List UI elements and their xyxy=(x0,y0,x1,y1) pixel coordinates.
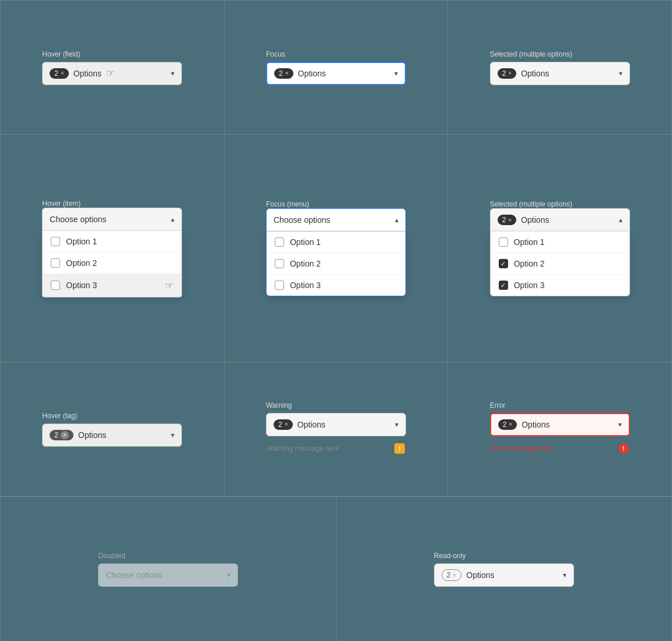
focus-chevron-down-icon: ▾ xyxy=(394,69,398,78)
warning-badge-x[interactable]: × xyxy=(285,421,288,428)
warning-badge-count: 2 xyxy=(278,421,282,429)
hover-item-checkbox-3[interactable] xyxy=(51,281,60,290)
error-icon: ! xyxy=(618,443,629,454)
selected-multiple-menu-option-1[interactable]: Option 1 xyxy=(491,232,629,253)
hover-item-choose-text: Choose options xyxy=(50,215,106,224)
hover-item-label: Hover (item) xyxy=(42,199,182,208)
hover-item-chevron-up-icon: ▴ xyxy=(171,215,174,223)
focus-menu-checkbox-2[interactable] xyxy=(275,259,284,268)
error-badge-x[interactable]: × xyxy=(509,421,512,428)
focus-menu-checkbox-1[interactable] xyxy=(275,237,284,247)
selected-multiple-menu-badge-x[interactable]: × xyxy=(508,217,512,223)
hover-field-badge: 2 × xyxy=(50,68,69,79)
focus-field-text: Options xyxy=(298,69,326,78)
selected-multiple-top-field-text: Options xyxy=(521,69,549,78)
focus-menu-checkbox-3[interactable] xyxy=(275,281,284,290)
error-message-row: Error message here ! xyxy=(490,440,630,457)
selected-multiple-menu-badge-count: 2 xyxy=(502,216,506,224)
focus-badge: 2 × xyxy=(274,68,293,79)
focus-label: Focus xyxy=(266,50,406,58)
selected-multiple-top-chevron-down-icon: ▾ xyxy=(619,69,622,78)
focus-menu-cell: Focus (menu) Choose options ▴ Option 1 O… xyxy=(225,135,449,362)
hover-item-option-3-text: Option 3 xyxy=(66,281,97,290)
readonly-label: Read-only xyxy=(434,552,574,560)
focus-menu-wrapper: Focus (menu) Choose options ▴ Option 1 O… xyxy=(266,200,406,296)
hover-item-cell: Hover (item) Choose options ▴ Option 1 O… xyxy=(1,135,225,362)
readonly-badge-count: 2 xyxy=(447,571,451,579)
hover-tag-badge-x[interactable]: × xyxy=(61,431,69,439)
error-dropdown[interactable]: 2 × Options ▾ xyxy=(490,413,630,436)
hover-item-checkbox-1[interactable] xyxy=(51,237,60,246)
selected-multiple-top-badge: 2 × xyxy=(498,68,517,79)
readonly-field-text: Options xyxy=(466,570,494,580)
error-wrapper: Error 2 × Options ▾ Error message here ! xyxy=(490,401,630,457)
disabled-cell: Disabled Choose options ▾ xyxy=(1,497,337,641)
selected-multiple-top-dropdown[interactable]: 2 × Options ▾ xyxy=(490,62,630,85)
selected-multiple-top-left: 2 × Options xyxy=(498,68,550,79)
selected-multiple-menu-wrapper: Selected (multiple options) 2 × Options … xyxy=(490,200,630,296)
error-badge-count: 2 xyxy=(503,421,507,429)
hover-item-option-1-text: Option 1 xyxy=(66,237,97,246)
hover-item-checkbox-2[interactable] xyxy=(51,258,60,268)
focus-menu-option-3-text: Option 3 xyxy=(290,281,321,290)
hover-field-label: Hover (field) xyxy=(42,50,182,58)
hover-tag-dropdown[interactable]: 2 × Options ▾ xyxy=(42,423,182,447)
focus-badge-x[interactable]: × xyxy=(285,70,289,76)
error-message-text: Error message here xyxy=(491,444,553,453)
selected-multiple-top-badge-x[interactable]: × xyxy=(508,70,512,76)
selected-multiple-menu-option-3[interactable]: Option 3 xyxy=(491,275,629,296)
warning-dropdown[interactable]: 2 × Options ▾ xyxy=(266,413,406,436)
readonly-wrapper: Read-only 2 × Options ▾ xyxy=(434,552,574,587)
focus-left: 2 × Options xyxy=(274,68,326,79)
selected-multiple-menu-field[interactable]: 2 × Options ▴ xyxy=(490,208,630,232)
hover-item-option-2[interactable]: Option 2 xyxy=(43,253,181,274)
selected-multiple-menu-chevron-up-icon: ▴ xyxy=(619,216,622,224)
hover-tag-field-text: Options xyxy=(78,430,106,440)
focus-menu-option-1[interactable]: Option 1 xyxy=(267,232,405,253)
hover-item-option-2-text: Option 2 xyxy=(66,258,97,268)
focus-menu-option-1-text: Option 1 xyxy=(290,237,321,247)
hover-item-option-3[interactable]: Option 3 ☞ xyxy=(43,274,181,297)
selected-multiple-menu-menu: Option 1 Option 2 Option 3 xyxy=(490,232,630,296)
focus-menu-field[interactable]: Choose options ▴ xyxy=(266,208,406,232)
hover-field-badge-x[interactable]: × xyxy=(61,70,64,76)
focus-dropdown[interactable]: 2 × Options ▾ xyxy=(266,62,406,85)
hover-field-text: Options xyxy=(74,69,102,78)
hover-tag-wrapper: Hover (tag) 2 × Options ▾ xyxy=(42,412,182,447)
readonly-dropdown: 2 × Options ▾ xyxy=(434,563,574,587)
readonly-badge-x: × xyxy=(453,572,456,579)
selected-multiple-top-cell: Selected (multiple options) 2 × Options … xyxy=(448,1,672,135)
hover-field-chevron-down-icon: ▾ xyxy=(171,69,174,78)
focus-menu-option-3[interactable]: Option 3 xyxy=(267,275,405,296)
focus-menu-menu: Option 1 Option 2 Option 3 xyxy=(266,232,406,296)
warning-field-text: Options xyxy=(298,420,326,429)
selected-multiple-menu-checkbox-2[interactable] xyxy=(499,259,508,268)
hover-cursor-icon: ☞ xyxy=(106,68,114,79)
hover-item-field[interactable]: Choose options ▴ xyxy=(42,208,182,231)
focus-wrapper: Focus 2 × Options ▾ xyxy=(266,50,406,85)
hover-tag-badge: 2 × xyxy=(50,430,74,440)
warning-label: Warning xyxy=(266,401,406,409)
warning-wrapper: Warning 2 × Options ▾ Warning message he… xyxy=(266,401,406,457)
selected-multiple-menu-checkbox-1[interactable] xyxy=(499,237,508,247)
hover-item-option-1[interactable]: Option 1 xyxy=(43,231,181,253)
focus-menu-option-2[interactable]: Option 2 xyxy=(267,253,405,275)
warning-chevron-down-icon: ▾ xyxy=(395,421,398,429)
hover-field-dropdown[interactable]: 2 × Options ☞ ▾ xyxy=(42,62,182,85)
warning-message-row: Warning message here ! xyxy=(266,440,406,457)
selected-multiple-menu-option-2-text: Option 2 xyxy=(514,259,545,268)
selected-multiple-menu-badge: 2 × xyxy=(498,215,517,225)
readonly-left: 2 × Options xyxy=(442,569,495,581)
hover-tag-label: Hover (tag) xyxy=(42,412,182,420)
selected-multiple-menu-checkbox-3[interactable] xyxy=(499,281,508,290)
error-left: 2 × Options xyxy=(498,419,550,430)
error-chevron-down-icon: ▾ xyxy=(618,421,622,429)
readonly-chevron-down-icon: ▾ xyxy=(563,571,566,579)
error-label: Error xyxy=(490,401,630,409)
disabled-dropdown: Choose options ▾ xyxy=(98,563,238,587)
hover-tag-badge-count: 2 xyxy=(54,431,58,439)
selected-multiple-menu-option-2[interactable]: Option 2 xyxy=(491,253,629,275)
disabled-left: Choose options xyxy=(106,570,162,580)
error-field-text: Options xyxy=(522,420,550,429)
focus-menu-label: Focus (menu) xyxy=(266,200,406,208)
